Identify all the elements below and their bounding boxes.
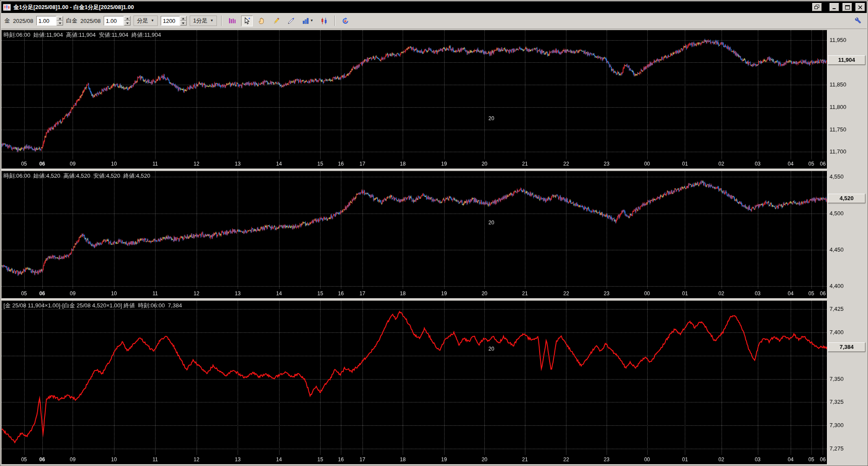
- gold-last-price-badge: 11,904: [828, 55, 865, 65]
- bar-type-label: 分足: [137, 17, 148, 25]
- price-axis-label: 7,425: [830, 306, 844, 312]
- minimize-icon: [832, 5, 836, 9]
- svg-text:R: R: [344, 19, 347, 22]
- window-layer-button[interactable]: [812, 3, 822, 11]
- up-arrow-icon: [126, 18, 129, 19]
- price-axis-label: 7,275: [830, 445, 844, 452]
- instrument1-multiplier-up-button[interactable]: [57, 16, 63, 21]
- instrument2-multiplier-down-button[interactable]: [124, 21, 130, 26]
- hand-icon: [258, 17, 265, 25]
- maximize-icon: [845, 5, 850, 10]
- select-tool-button[interactable]: [241, 16, 253, 26]
- price-axis-label: 7,400: [830, 329, 844, 335]
- gold-chart-panel: 時刻:06:00 始値:11,904 高値:11,904 安値:11,904 終…: [1, 30, 867, 169]
- pan-tool-button[interactable]: [256, 16, 267, 26]
- chart-mode-dropdown-button[interactable]: ▼: [300, 16, 315, 26]
- instrument2-multiplier-up-button[interactable]: [124, 16, 130, 21]
- instrument2-label: 白金: [66, 17, 77, 25]
- annotation-pen-button[interactable]: [285, 16, 297, 26]
- bar-count-up-button[interactable]: [180, 16, 187, 21]
- spread-last-price-badge: 7,384: [828, 342, 865, 352]
- instrument2-multiplier-spinner: [104, 16, 130, 26]
- maximize-button[interactable]: [843, 3, 852, 11]
- bar-type-dropdown[interactable]: 分足 ▼: [134, 16, 158, 26]
- window-title: 金1分足[2025/08]1.00 - 白金1分足[2025/08]1.00: [13, 3, 134, 11]
- price-axis-label: 7,350: [830, 376, 844, 382]
- candlestick-chart-icon: [321, 17, 328, 25]
- bar-count-input[interactable]: [161, 16, 180, 26]
- up-arrow-icon: [59, 18, 61, 19]
- platinum-plot-area: 時刻:06:00 始値:4,520 高値:4,520 安値:4,520 終値:4…: [1, 171, 827, 299]
- chart-style-button[interactable]: [226, 16, 238, 26]
- platinum-chart-panel: 時刻:06:00 始値:4,520 高値:4,520 安値:4,520 終値:4…: [1, 171, 867, 299]
- pen-icon: [287, 17, 295, 25]
- price-axis-label: 4,400: [830, 283, 844, 289]
- instrument1-multiplier-down-button[interactable]: [57, 21, 63, 26]
- spread-chart-panel: [金 25/08 11,904×1.00]-[白金 25/08 4,520×1.…: [1, 300, 867, 465]
- pointer-icon: [243, 17, 251, 25]
- minimize-button[interactable]: [830, 3, 839, 11]
- toolbar-separator: [334, 16, 335, 26]
- close-button[interactable]: [855, 3, 865, 11]
- spread-price-axis: 7,384 7,4257,4007,3507,3257,3007,275: [827, 300, 867, 465]
- app-window: 金1分足[2025/08]1.00 - 白金1分足[2025/08]1.00 金…: [0, 0, 868, 466]
- bar-count-spinner: [161, 16, 187, 26]
- chevron-down-icon: ▼: [310, 19, 314, 22]
- purple-bars-chart-icon: [229, 17, 236, 25]
- platinum-last-price-badge: 4,520: [828, 194, 865, 203]
- down-arrow-icon: [59, 22, 61, 24]
- instrument2-multiplier-input[interactable]: [104, 16, 124, 26]
- candlestick-app-icon: [3, 3, 11, 11]
- overlapping-windows-icon: [814, 5, 820, 10]
- price-axis-label: 11,950: [830, 37, 846, 43]
- price-axis-label: 4,550: [830, 173, 844, 180]
- down-arrow-icon: [182, 22, 184, 24]
- up-arrow-icon: [182, 18, 184, 19]
- instrument1-multiplier-spinner: [36, 16, 63, 26]
- refresh-button[interactable]: R: [340, 16, 351, 26]
- close-icon: [858, 5, 862, 10]
- bar-chart-icon: [302, 17, 309, 25]
- price-axis-label: 4,500: [830, 210, 844, 217]
- price-axis-label: 11,850: [830, 81, 846, 88]
- price-axis-label: 11,700: [830, 148, 846, 155]
- platinum-price-axis: 4,520 4,5504,5004,4504,400: [827, 171, 867, 299]
- gold-price-axis: 11,904 11,95011,85011,80011,75011,700: [827, 30, 867, 169]
- price-axis-label: 11,800: [830, 104, 846, 110]
- interval-dropdown[interactable]: 1分足 ▼: [190, 16, 217, 26]
- instrument1-month: 2025/08: [13, 18, 33, 24]
- platinum-1min-chart-canvas[interactable]: [2, 171, 827, 298]
- draw-line-button[interactable]: [270, 16, 282, 26]
- instrument1-label: 金: [4, 17, 10, 25]
- settings-button[interactable]: [852, 16, 864, 26]
- spread-chart-canvas[interactable]: [2, 301, 827, 464]
- price-axis-label: 11,750: [830, 126, 846, 133]
- price-axis-label: 7,325: [830, 399, 844, 405]
- gold-1min-chart-canvas[interactable]: [2, 30, 827, 169]
- spread-plot-area: [金 25/08 11,904×1.00]-[白金 25/08 4,520×1.…: [1, 300, 827, 465]
- instrument2-month: 2025/08: [80, 18, 101, 24]
- gold-plot-area: 時刻:06:00 始値:11,904 高値:11,904 安値:11,904 終…: [1, 30, 827, 169]
- wrench-icon: [854, 17, 862, 25]
- title-bar[interactable]: 金1分足[2025/08]1.00 - 白金1分足[2025/08]1.00: [1, 1, 867, 13]
- instrument1-multiplier-input[interactable]: [36, 16, 56, 26]
- price-axis-label: 4,450: [830, 246, 844, 253]
- pencil-icon: [273, 17, 280, 25]
- toolbar: 金 2025/08 白金 2025/08 分足 ▼: [1, 13, 867, 29]
- candlestick-mode-button[interactable]: [318, 16, 330, 26]
- price-axis-label: 7,300: [830, 422, 844, 428]
- chevron-down-icon: ▼: [151, 19, 154, 22]
- toolbar-separator: [221, 16, 222, 26]
- chevron-down-icon: ▼: [210, 19, 213, 22]
- chart-stack: 時刻:06:00 始値:11,904 高値:11,904 安値:11,904 終…: [1, 29, 867, 465]
- bar-count-down-button[interactable]: [180, 21, 187, 26]
- app-icon[interactable]: [3, 3, 11, 11]
- interval-label: 1分足: [193, 17, 207, 25]
- refresh-icon: R: [342, 17, 349, 25]
- down-arrow-icon: [126, 22, 129, 24]
